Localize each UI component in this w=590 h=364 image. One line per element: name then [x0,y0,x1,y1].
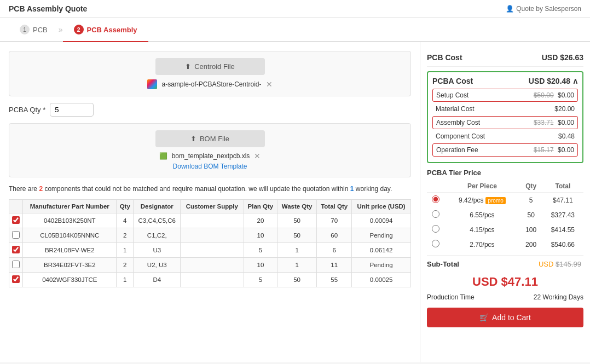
warning-text: There are 2 components that could not be… [9,184,411,194]
tier-radio-0[interactable] [432,195,439,203]
tier-total-3: $540.66 [542,237,583,252]
pcba-qty-label: PCBA Qty * [9,106,45,114]
tier-total-1: $327.43 [542,207,583,222]
component-cost-value: $0.48 [558,132,575,140]
tier-per-piece-1: 6.55/pcs [444,207,519,222]
tab-pcb-num: 1 [20,25,30,34]
pcba-qty-input[interactable] [50,103,94,117]
plan-qty-2: 5 [244,243,277,258]
row-checkbox-0[interactable] [12,216,20,224]
download-bom-template-link[interactable]: Download BOM Template [16,163,404,170]
row-checkbox-3[interactable] [12,261,20,268]
tier-qty-0: 5 [520,193,542,208]
col-qty: Qty [117,200,134,213]
bom-filename: bom_template_nextpcb.xls [172,152,250,160]
col-unit-price: Unit price (USD) [352,200,411,213]
plan-qty-1: 10 [244,228,277,243]
designator-0: C3,C4,C5,C6 [134,213,181,228]
tab-pcb[interactable]: 1 PCB [9,18,59,42]
assembly-cost-strike: $33.71 [534,119,554,126]
production-row: Production Time 22 Working Days [427,291,583,303]
plan-qty-0: 20 [244,213,277,228]
customer-supply-2 [181,243,244,258]
production-label: Production Time [427,293,475,301]
col-plan-qty: Plan Qty [244,200,277,213]
tab-pcb-assembly[interactable]: 2 PCB Assembly [63,18,148,42]
col-check [9,200,23,213]
tier-radio-1[interactable] [432,210,439,218]
row-checkbox-1[interactable] [12,231,20,239]
bom-upload-icon: ⬆ [190,135,196,143]
quote-by: 👤 Quote by Salesperson [506,5,581,13]
plan-qty-3: 10 [244,258,277,273]
setup-cost-strike: $50.00 [534,91,554,99]
component-cost-row: Component Cost $0.48 [432,130,578,142]
assembly-cost-value: $0.00 [558,119,574,126]
tier-col-qty: Qty [520,180,542,193]
tier-col-per-piece: Per Piece [444,180,519,193]
bom-table: Manufacturer Part Number Qty Designator … [9,199,411,287]
centroid-file-row: a-sample-of-PCBAStore-Centroid- ✕ [16,79,404,89]
pcba-cost-box: PCBA Cost USD $20.48 ∧ Setup Cost $50.00… [427,71,583,163]
tier-per-piece-3: 2.70/pcs [444,237,519,252]
qty-0: 4 [117,213,134,228]
part-num-0: 0402B103K250NT [23,213,117,228]
operation-fee-value: $0.00 [558,146,574,154]
assembly-cost-label: Assembly Cost [436,119,480,126]
part-num-2: BR24L08FV-WE2 [23,243,117,258]
total-qty-4: 55 [317,273,352,287]
tier-radio-2[interactable] [432,225,439,233]
bom-file-row: 🟩 bom_template_nextpcb.xls ✕ [16,152,404,160]
qty-2: 1 [117,243,134,258]
qty-3: 2 [117,258,134,273]
col-waste-qty: Waste Qty [277,200,317,213]
right-panel: PCB Cost USD $26.63 PCBA Cost USD $20.48… [420,42,590,362]
col-total-qty: Total Qty [317,200,352,213]
add-to-cart-button[interactable]: 🛒 Add to Cart [427,308,583,327]
part-num-4: 0402WGF330JTCE [23,273,117,287]
pcba-qty-row: PCBA Qty * [9,103,411,117]
subtotal-row: Sub-Total USD $145.99 [427,255,583,273]
centroid-filename: a-sample-of-PCBAStore-Centroid- [161,80,261,88]
designator-1: C1,C2, [134,228,181,243]
unit-price-1: Pending [352,228,411,243]
production-value: 22 Working Days [534,293,583,301]
centroid-close-btn[interactable]: ✕ [266,80,273,89]
main-layout: ⬆ Centroid File a-sample-of-PCBAStore-Ce… [0,42,590,362]
customer-supply-1 [181,228,244,243]
tier-total-2: $414.55 [542,222,583,237]
warning-days: 1 [350,185,354,193]
waste-qty-0: 50 [277,213,317,228]
unit-price-3: Pending [352,258,411,273]
qty-4: 1 [117,273,134,287]
tab-assembly-num: 2 [74,25,84,34]
pcb-cost-value: USD $26.63 [542,53,583,62]
component-cost-label: Component Cost [436,132,485,140]
upload-icon: ⬆ [185,62,191,71]
col-part-num: Manufacturer Part Number [23,200,117,213]
assembly-cost-row: Assembly Cost $33.71 $0.00 [432,116,578,129]
tier-col-total: Total [542,180,583,193]
row-checkbox-4[interactable] [12,275,20,283]
bom-close-btn[interactable]: ✕ [254,152,261,160]
operation-fee-strike: $15.17 [534,146,554,154]
tier-radio-3[interactable] [432,240,439,247]
row-checkbox-2[interactable] [12,246,20,253]
tier-qty-2: 100 [520,222,542,237]
col-customer-supply: Customer Supply [181,200,244,213]
tier-table: Per Piece Qty Total 9.42/pcspromo 5 $47.… [427,180,583,252]
unit-price-4: 0.00025 [352,273,411,287]
pcba-cost-value: USD $20.48 [529,77,570,85]
waste-qty-3: 1 [277,258,317,273]
bom-upload-btn[interactable]: ⬆ BOM File [155,130,265,147]
total-qty-0: 70 [317,213,352,228]
promo-badge: promo [485,197,505,204]
material-cost-label: Material Cost [436,105,475,113]
centroid-upload-btn[interactable]: ⬆ Centroid File [155,58,265,75]
total-price: USD $47.11 [427,273,583,291]
warning-num: 2 [39,185,43,193]
pcba-collapse-icon[interactable]: ∧ [572,77,578,85]
tier-total-0: $47.11 [542,193,583,208]
total-qty-1: 60 [317,228,352,243]
bom-upload-section: ⬆ BOM File 🟩 bom_template_nextpcb.xls ✕ … [9,123,411,177]
